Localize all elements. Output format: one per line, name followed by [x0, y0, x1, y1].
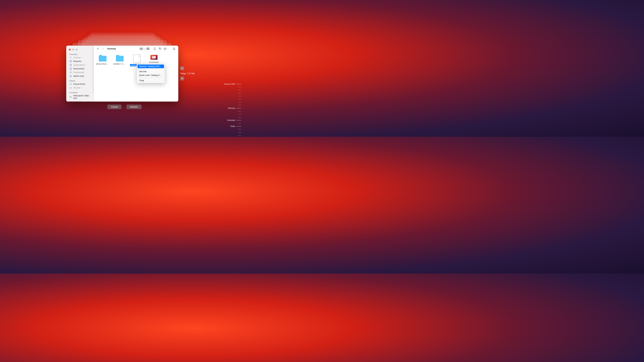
sidebar-item-label: admin-mac — [73, 75, 84, 77]
cloud-icon — [69, 83, 72, 85]
home-icon — [69, 75, 72, 77]
timeline-mark: January 2023 — [224, 83, 235, 85]
sidebar-item-label: Aleksandr's Mac mini — [73, 94, 91, 99]
forward-button[interactable] — [101, 47, 105, 50]
sidebar-item-label: Documents — [73, 67, 84, 70]
image-icon — [150, 55, 158, 60]
ctx-get-info[interactable]: Get Info — [138, 70, 164, 73]
file-label: photos November — [96, 63, 110, 65]
disk-icon — [69, 100, 72, 102]
download-icon — [69, 71, 72, 73]
sidebar-item-label: Recents — [73, 60, 81, 62]
sidebar-item-label: Downloads — [73, 71, 84, 73]
sidebar-section-favorites: Favorites — [66, 53, 94, 56]
folder-icon — [99, 56, 106, 61]
file-grid: photos November testdisk-7.2-WIP catalog… — [94, 52, 178, 102]
ctx-quick-look[interactable]: Quick Look "catalog-203.lrcat" — [138, 73, 164, 77]
minimize-icon[interactable] — [72, 49, 74, 51]
sidebar-item-diskdrill[interactable]: DiskDrill — [66, 100, 94, 102]
svg-rect-8 — [140, 49, 141, 50]
sidebar-item-label: AirDrop — [73, 56, 81, 59]
sidebar-item-documents[interactable]: Documents — [66, 67, 94, 70]
svg-point-21 — [173, 48, 175, 49]
maximize-icon[interactable] — [76, 49, 78, 51]
svg-rect-6 — [140, 48, 141, 49]
timeline-down-button[interactable] — [180, 76, 184, 80]
document-icon — [69, 67, 72, 70]
restore-button[interactable]: Restore — [126, 105, 142, 109]
document-icon — [134, 55, 140, 63]
computer-icon — [69, 95, 72, 98]
timeline-ruler[interactable]: January 2023 February Yesterday Today No… — [224, 83, 241, 137]
sidebar-item-icloud-drive[interactable]: iCloud Drive — [66, 82, 94, 86]
svg-rect-11 — [148, 48, 148, 48]
back-button[interactable] — [96, 47, 100, 50]
sidebar-item-label: iCloud Drive — [73, 83, 85, 85]
sidebar-section-locations: Locations — [66, 91, 94, 94]
applications-icon — [69, 63, 72, 66]
file-label: Screenshot — [149, 61, 159, 63]
svg-rect-13 — [146, 49, 147, 50]
svg-point-0 — [70, 57, 71, 58]
folder-icon — [116, 56, 124, 61]
window-controls — [66, 47, 94, 53]
timeline-up-button[interactable] — [180, 66, 184, 70]
sidebar-item-applications[interactable]: Applications — [66, 63, 94, 67]
file-item-image[interactable]: Screenshot — [147, 54, 161, 63]
action-button[interactable] — [164, 47, 168, 50]
svg-rect-4 — [70, 101, 72, 102]
search-button[interactable] — [172, 47, 176, 50]
ctx-restore-to[interactable]: Restore "catalog-203.lrcat" to… — [138, 64, 164, 68]
close-icon[interactable] — [69, 49, 71, 51]
file-item-folder[interactable]: photos November — [96, 54, 110, 65]
share-button[interactable] — [153, 47, 157, 50]
separator — [138, 78, 163, 78]
sidebar-item-recents[interactable]: Recents — [66, 59, 94, 63]
svg-rect-3 — [70, 96, 72, 97]
sidebar-item-home[interactable]: admin-mac — [66, 74, 94, 78]
sidebar-item-mac-mini[interactable]: Aleksandr's Mac mini — [66, 94, 94, 100]
view-icon-button[interactable] — [140, 48, 145, 50]
sidebar-item-label: Shared — [73, 86, 80, 89]
svg-rect-14 — [148, 49, 148, 50]
airdrop-icon — [69, 56, 72, 59]
file-item-folder[interactable]: testdisk-7.2-WIP — [113, 54, 127, 65]
file-label: testdisk-7.2-WIP — [113, 63, 126, 65]
cancel-button[interactable]: Cancel — [107, 105, 122, 109]
sidebar-item-label: DiskDrill — [73, 100, 81, 102]
timeline-mark: February — [224, 107, 235, 109]
svg-rect-7 — [142, 48, 142, 49]
sidebar-section-icloud: iCloud — [66, 79, 94, 82]
shared-folder-icon — [69, 86, 72, 89]
timeline-mark: Today — [224, 125, 235, 127]
timeline-current-label: Today, 7:27 AM — [180, 72, 194, 75]
sidebar-item-downloads[interactable]: Downloads — [66, 70, 94, 74]
svg-point-16 — [160, 48, 160, 48]
timeline-mark: Yesterday — [224, 119, 235, 121]
sidebar-item-shared[interactable]: Shared — [66, 86, 94, 89]
scrollbar[interactable] — [92, 47, 94, 94]
context-menu: Restore "catalog-203.lrcat" to… Get Info… — [137, 64, 165, 83]
ctx-copy[interactable]: Copy — [138, 79, 164, 82]
svg-rect-12 — [148, 48, 149, 48]
clock-icon — [69, 60, 72, 62]
tag-button[interactable] — [158, 47, 162, 50]
svg-rect-9 — [142, 49, 142, 50]
sidebar-item-airdrop[interactable]: AirDrop — [66, 56, 94, 59]
svg-rect-15 — [148, 49, 149, 50]
location-title: Desktop — [107, 47, 116, 50]
group-button[interactable] — [146, 48, 151, 50]
action-buttons: Cancel Restore — [107, 105, 142, 109]
finder-main: Desktop photos November — [94, 45, 178, 102]
toolbar: Desktop — [94, 45, 178, 52]
sidebar-item-label: Applications — [73, 64, 85, 66]
sidebar: Favorites AirDrop Recents Applications D… — [66, 45, 94, 102]
svg-rect-10 — [146, 48, 147, 48]
